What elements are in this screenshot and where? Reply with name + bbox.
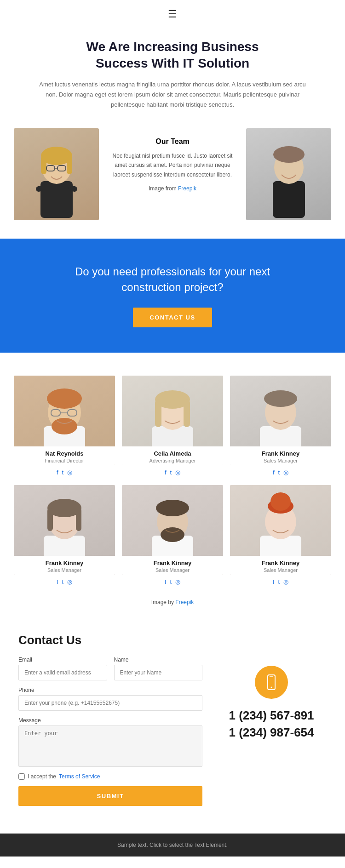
person-illustration-left bbox=[29, 131, 84, 218]
member-role-frank3: Sales Manager bbox=[126, 567, 218, 573]
frank4-photo: Frank Kinney Sales Manager bbox=[230, 485, 331, 575]
member-role-celia: Advertising Manager bbox=[126, 458, 218, 463]
facebook-icon-frank4[interactable]: f bbox=[273, 578, 275, 585]
svg-rect-10 bbox=[273, 181, 305, 218]
our-team-heading: Our Team bbox=[110, 137, 235, 146]
contact-us-button[interactable]: CONTACT US bbox=[133, 308, 212, 327]
svg-point-35 bbox=[161, 527, 184, 542]
member-name-frank4: Frank Kinney bbox=[235, 560, 327, 566]
instagram-icon-nat[interactable]: ◎ bbox=[67, 469, 72, 476]
terms-checkbox[interactable] bbox=[18, 773, 25, 780]
phone-input[interactable] bbox=[18, 695, 202, 711]
image-credit: Image from Freepik bbox=[110, 184, 235, 193]
team-intro-text: Our Team Nec feugiat nisl pretium fusce … bbox=[99, 128, 246, 220]
facebook-icon-frank3[interactable]: f bbox=[165, 578, 167, 585]
team-intro-body: Nec feugiat nisl pretium fusce id. Justo… bbox=[110, 151, 235, 179]
member-name-celia: Celia Almeda bbox=[126, 450, 218, 457]
team-card-celia: Celia Almeda Advertising Manager f t ◎ bbox=[122, 376, 223, 476]
member-name-frank1: Frank Kinney bbox=[235, 450, 327, 457]
team-card-nat: Nat Reynolds Financial Director f t ◎ bbox=[14, 376, 115, 476]
cta-banner-section: Do you need professionals for your nextc… bbox=[0, 239, 345, 353]
facebook-icon-celia[interactable]: f bbox=[165, 469, 167, 476]
twitter-icon-celia[interactable]: t bbox=[170, 469, 172, 476]
phone-label: Phone bbox=[18, 687, 202, 693]
instagram-icon-frank1[interactable]: ◎ bbox=[283, 469, 288, 476]
terms-text: I accept the bbox=[28, 773, 56, 780]
facebook-icon-nat[interactable]: f bbox=[57, 469, 58, 476]
frank3-photo: Frank Kinney Sales Manager bbox=[122, 485, 223, 575]
frank1-photo: Frank Kinney Sales Manager bbox=[230, 376, 331, 465]
facebook-icon-frank2[interactable]: f bbox=[57, 578, 58, 585]
member-name-nat: Nat Reynolds bbox=[18, 450, 110, 457]
terms-row: I accept the Terms of Service bbox=[18, 773, 202, 780]
twitter-icon-frank1[interactable]: t bbox=[278, 469, 280, 476]
twitter-icon-nat[interactable]: t bbox=[62, 469, 64, 476]
svg-rect-24 bbox=[184, 400, 190, 427]
svg-point-40 bbox=[270, 492, 291, 511]
freepik-link2[interactable]: Freepik bbox=[175, 599, 194, 605]
social-icons-frank2: f t ◎ bbox=[14, 578, 115, 585]
team-card-frank2: Frank Kinney Sales Manager f t ◎ bbox=[14, 485, 115, 585]
phone-number-1: 1 (234) 567-891 bbox=[229, 707, 314, 724]
team-intro-section: Our Team Nec feugiat nisl pretium fusce … bbox=[0, 119, 345, 229]
terms-link[interactable]: Terms of Service bbox=[59, 773, 100, 780]
email-input[interactable] bbox=[18, 665, 107, 680]
svg-rect-31 bbox=[47, 508, 53, 531]
twitter-icon-frank2[interactable]: t bbox=[62, 578, 64, 585]
instagram-icon-frank3[interactable]: ◎ bbox=[175, 578, 180, 585]
member-name-frank3: Frank Kinney bbox=[126, 560, 218, 566]
message-input[interactable] bbox=[18, 725, 202, 767]
svg-point-42 bbox=[271, 687, 272, 688]
instagram-icon-frank4[interactable]: ◎ bbox=[283, 578, 288, 585]
celia-photo: Celia Almeda Advertising Manager bbox=[122, 376, 223, 465]
team-row-2: Frank Kinney Sales Manager f t ◎ bbox=[14, 485, 331, 585]
footer-text: Sample text. Click to select the Text El… bbox=[117, 842, 228, 848]
svg-rect-23 bbox=[155, 400, 161, 427]
social-icons-frank4: f t ◎ bbox=[230, 578, 331, 585]
svg-rect-3 bbox=[41, 156, 46, 174]
instagram-icon-frank2[interactable]: ◎ bbox=[67, 578, 72, 585]
svg-point-27 bbox=[264, 390, 297, 407]
svg-point-16 bbox=[47, 388, 82, 409]
name-label: Name bbox=[114, 657, 203, 663]
email-label: Email bbox=[18, 657, 107, 663]
freepik-link[interactable]: Freepik bbox=[178, 185, 196, 192]
svg-point-15 bbox=[52, 418, 77, 434]
team-card-frank1: Frank Kinney Sales Manager f t ◎ bbox=[230, 376, 331, 476]
twitter-icon-frank4[interactable]: t bbox=[278, 578, 280, 585]
facebook-icon-frank1[interactable]: f bbox=[273, 469, 275, 476]
instagram-icon-celia[interactable]: ◎ bbox=[175, 469, 180, 476]
phone-group: Phone bbox=[18, 687, 202, 711]
submit-button[interactable]: SUBMIT bbox=[18, 786, 202, 806]
hero-section: We Are Increasing BusinessSuccess With I… bbox=[0, 25, 345, 119]
social-icons-frank3: f t ◎ bbox=[122, 578, 223, 585]
message-row: Message bbox=[18, 717, 202, 767]
name-input[interactable] bbox=[114, 665, 203, 680]
social-icons-celia: f t ◎ bbox=[122, 469, 223, 476]
svg-rect-32 bbox=[76, 508, 81, 531]
team-image-credit: Image by Freepik bbox=[14, 594, 331, 615]
email-group: Email bbox=[18, 657, 107, 680]
member-role-frank2: Sales Manager bbox=[18, 567, 110, 573]
top-navigation: ☰ bbox=[0, 0, 345, 25]
phone-numbers: 1 (234) 567-891 1 (234) 987-654 bbox=[229, 707, 314, 741]
svg-point-12 bbox=[273, 146, 305, 163]
contact-layout: Email Name Phone Message bbox=[18, 657, 327, 806]
member-role-nat: Financial Director bbox=[18, 458, 110, 463]
message-group: Message bbox=[18, 717, 202, 767]
message-label: Message bbox=[18, 717, 202, 724]
hamburger-icon[interactable]: ☰ bbox=[168, 8, 177, 20]
svg-rect-0 bbox=[40, 181, 73, 218]
name-group: Name bbox=[114, 657, 203, 680]
frank2-photo: Frank Kinney Sales Manager bbox=[14, 485, 115, 575]
svg-rect-4 bbox=[67, 156, 72, 174]
member-name-frank2: Frank Kinney bbox=[18, 560, 110, 566]
contact-section: Contact Us Email Name Phone bbox=[0, 619, 345, 824]
hero-title: We Are Increasing BusinessSuccess With I… bbox=[37, 39, 308, 72]
cta-text: Do you need professionals for your nextc… bbox=[37, 264, 308, 295]
twitter-icon-frank3[interactable]: t bbox=[170, 578, 172, 585]
contact-form: Email Name Phone Message bbox=[18, 657, 202, 806]
hero-description: Amet luctus venenatis lectus magna fring… bbox=[37, 80, 308, 110]
phone-icon bbox=[263, 674, 280, 691]
team-card-frank3: Frank Kinney Sales Manager f t ◎ bbox=[122, 485, 223, 585]
